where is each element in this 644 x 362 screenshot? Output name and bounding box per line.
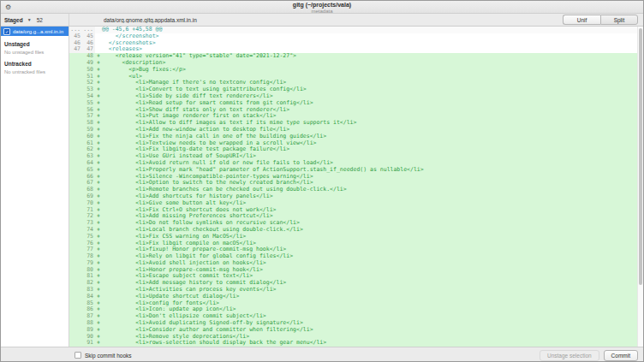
staged-mode-dropdown[interactable]: Staged ▼ — [4, 17, 32, 23]
sidebar-section-untracked[interactable]: Untracked — [1, 56, 69, 68]
gitg-window: ⚙ gitg (~/projects/vala) metadata Staged… — [0, 0, 644, 362]
old-line-number — [69, 273, 82, 280]
vertical-scrollbar[interactable] — [637, 27, 643, 347]
window-title: gitg (~/projects/vala) — [1, 2, 643, 9]
old-line-number — [69, 153, 82, 160]
old-line-number — [69, 80, 82, 86]
diff-sign — [95, 40, 102, 47]
old-line-number — [69, 140, 82, 147]
old-line-number — [69, 134, 82, 140]
footer-actions: Unstage selection Commit — [535, 350, 638, 361]
old-line-number — [69, 267, 82, 274]
old-line-number — [69, 187, 82, 193]
old-line-number — [69, 60, 82, 67]
old-line-number — [69, 213, 82, 220]
commit-button[interactable]: Commit — [604, 350, 638, 361]
old-line-number — [69, 127, 82, 134]
split-button[interactable]: Split — [600, 15, 638, 25]
file-path-header[interactable]: data/org.gnome.gitg.appdata.xml.in.in — [104, 17, 563, 23]
old-line-number — [69, 67, 82, 74]
old-line-number — [69, 160, 82, 167]
old-line-number — [69, 220, 82, 227]
staged-file-label: data/org.g...a.xml.in.in — [13, 29, 63, 34]
staged-mode-label: Staged — [4, 17, 23, 23]
skip-hooks-label: Skip commit hooks — [85, 353, 132, 359]
old-line-number — [69, 200, 82, 207]
scrollbar-thumb[interactable] — [639, 28, 642, 285]
old-line-number — [69, 120, 82, 127]
old-line-number — [69, 146, 82, 153]
old-line-number — [69, 300, 82, 307]
skip-hooks-checkbox[interactable]: Skip commit hooks — [75, 352, 132, 359]
diff-text: <li>rows-selection should display back t… — [102, 340, 326, 347]
old-line-number — [69, 113, 82, 120]
file-checkbox[interactable]: ✓ — [3, 28, 10, 35]
diff-line[interactable]: 50+ <p>Bug fixes:</p> — [69, 67, 643, 74]
unif-button[interactable]: Unif — [563, 15, 600, 25]
diff-line[interactable]: 91+ <li>rows-selection should display ba… — [69, 340, 643, 347]
old-line-number — [69, 227, 82, 234]
old-line-number — [69, 193, 82, 200]
chevron-down-icon: ▼ — [27, 17, 32, 22]
old-line-number — [69, 340, 82, 347]
diff-sign — [95, 33, 102, 40]
old-line-number — [69, 240, 82, 247]
checkbox-box[interactable] — [75, 352, 81, 359]
diff-stat-count: 52 — [37, 17, 43, 23]
old-line-number: 47 — [69, 46, 82, 53]
old-line-number — [69, 327, 82, 334]
old-line-number — [69, 107, 82, 114]
titlebar: ⚙ gitg (~/projects/vala) metadata — [1, 1, 643, 14]
old-line-number — [69, 180, 82, 187]
old-line-number — [69, 93, 82, 100]
untracked-empty-label: No untracked files — [1, 68, 69, 75]
new-line-number: 91 — [82, 340, 95, 347]
diff-sign — [95, 27, 102, 33]
files-sidebar: ✓ data/org.g...a.xml.in.in Unstaged No u… — [1, 27, 69, 347]
diff-view[interactable]: ......@@ -45,6 +45,58 @@4545 </screensho… — [69, 27, 643, 347]
old-line-number — [69, 294, 82, 300]
old-line-number — [69, 74, 82, 80]
old-line-number — [69, 167, 82, 174]
old-line-number — [69, 53, 82, 60]
old-line-number — [69, 253, 82, 260]
footer-bar: Skip commit hooks Unstage selection Comm… — [1, 347, 643, 362]
old-line-number — [69, 306, 82, 313]
old-line-number — [69, 313, 82, 320]
unstage-selection-button[interactable]: Unstage selection — [540, 350, 599, 361]
old-line-number — [69, 174, 82, 181]
old-line-number — [69, 234, 82, 240]
title-stack: gitg (~/projects/vala) metadata — [1, 1, 643, 14]
unstaged-empty-label: No unstaged files — [1, 48, 69, 56]
window-subtitle: metadata — [1, 9, 643, 14]
staged-file-row[interactable]: ✓ data/org.g...a.xml.in.in — [1, 27, 69, 36]
toolbar: Staged ▼ 52 data/org.gnome.gitg.appdata.… — [1, 14, 643, 27]
old-line-number — [69, 334, 82, 341]
old-line-number — [69, 207, 82, 214]
old-line-number — [69, 100, 82, 107]
old-line-number — [69, 246, 82, 253]
diff-mode-switcher: Unif Split — [563, 15, 638, 25]
old-line-number — [69, 260, 82, 267]
old-line-number — [69, 287, 82, 294]
old-line-number — [69, 320, 82, 327]
old-line-number — [69, 280, 82, 287]
sidebar-section-unstaged[interactable]: Unstaged — [1, 36, 69, 48]
diff-sign: + — [95, 340, 102, 347]
old-line-number — [69, 86, 82, 93]
toolbar-left: Staged ▼ 52 — [1, 14, 69, 26]
main-body: ✓ data/org.g...a.xml.in.in Unstaged No u… — [1, 27, 643, 347]
diff-line[interactable]: 4646 </screenshots> — [69, 40, 643, 47]
